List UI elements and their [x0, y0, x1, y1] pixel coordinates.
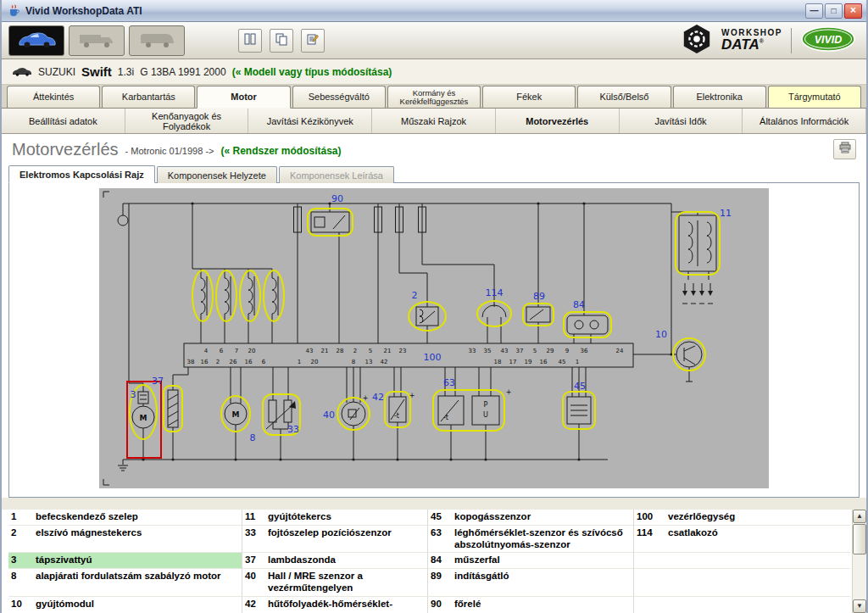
legend-key[interactable]: 33 — [242, 526, 264, 554]
legend-key[interactable]: 90 — [427, 597, 451, 613]
main-tab-karbantartas[interactable]: Karbantartás — [102, 86, 195, 108]
legend-key[interactable]: 2 — [8, 526, 32, 554]
sub-tab-kenoanyagok-es-folyadekok[interactable]: Kenőanyagok és Folyadékok — [125, 109, 249, 133]
legend-desc[interactable]: léghőmérséklet-szenzor és szívócső abszo… — [451, 526, 633, 554]
component-symbol-text: -t — [443, 414, 448, 421]
legend-key[interactable] — [633, 553, 665, 569]
scrollbar-thumb[interactable] — [853, 524, 866, 554]
main-tab-elektronika[interactable]: Elektronika — [673, 86, 766, 108]
minimize-button[interactable]: — — [805, 3, 823, 19]
component-callout-10[interactable]: 10 — [655, 329, 667, 340]
legend-desc[interactable]: lambdaszonda — [264, 553, 427, 569]
content-tab-elektromos-kapcsolasi-rajz[interactable]: Elektromos Kapcsolási Rajz — [8, 165, 155, 183]
legend-key[interactable]: 10 — [8, 597, 32, 613]
main-tab-targymutato[interactable]: Tárgymutató — [768, 86, 861, 108]
change-model-link[interactable]: (« Modell vagy típus módosítása) — [232, 66, 392, 78]
component-symbol-text: M — [232, 410, 240, 419]
sub-tab-motorvezerles[interactable]: Motorvezérlés — [496, 109, 620, 133]
main-tab-kormany-es-kerekfelfuggesztes[interactable]: Kormány és Kerékfelfüggesztés — [387, 86, 481, 108]
truck-icon — [76, 30, 117, 52]
legend-desc[interactable]: vezérlőegység — [665, 510, 850, 526]
main-tab-attekintes[interactable]: Áttekintés — [7, 86, 100, 108]
legend-key[interactable] — [633, 569, 665, 597]
component-callout-100[interactable]: 100 — [424, 352, 442, 363]
sub-tab-javitasi-kezikonyvek[interactable]: Javítási Kézikönyvek — [248, 109, 372, 133]
wiring-diagram[interactable]: 9011211489841001033783340426345467204321… — [99, 188, 769, 488]
scroll-up-button[interactable]: ▲ — [853, 510, 866, 523]
wiring-diagram-panel: 9011211489841001033783340426345467204321… — [8, 182, 860, 498]
legend-key[interactable]: 63 — [427, 526, 451, 554]
component-callout-45[interactable]: 45 — [574, 381, 586, 392]
columns-view-button[interactable] — [238, 29, 262, 53]
component-callout-11[interactable]: 11 — [720, 208, 732, 219]
component-callout-42[interactable]: 42 — [372, 392, 384, 403]
sub-tab-altalanos-informaciok[interactable]: Általános Információk — [743, 109, 866, 133]
legend-scrollbar[interactable]: ▲ ▼ — [852, 510, 866, 613]
vehicle-type-van-tab[interactable] — [129, 25, 185, 56]
legend-desc[interactable]: fojtószelep pozíciószenzor — [264, 526, 427, 554]
legend-key[interactable]: 89 — [427, 569, 451, 597]
legend-key[interactable]: 40 — [242, 569, 264, 597]
sub-tab-beallitasi-adatok[interactable]: Beállítási adatok — [2, 109, 125, 133]
component-callout-90[interactable]: 90 — [331, 193, 343, 204]
legend-key[interactable]: 45 — [427, 510, 451, 526]
component-callout-33[interactable]: 33 — [287, 424, 299, 435]
title-bar[interactable]: Vivid WorkshopData ATI — □ × — [2, 0, 866, 22]
sub-tab-muszaki-rajzok[interactable]: Műszaki Rajzok — [372, 109, 496, 133]
component-callout-2[interactable]: 2 — [412, 290, 418, 301]
legend-desc[interactable]: kopogásszenzor — [451, 510, 633, 526]
legend-desc[interactable] — [665, 569, 850, 597]
legend-desc[interactable]: műszerfal — [451, 553, 633, 569]
legend-key[interactable]: 114 — [633, 526, 665, 554]
ecu-pin-number: 45 — [559, 359, 566, 365]
vehicle-code: G 13BA 1991 2000 — [140, 66, 225, 78]
component-callout-84[interactable]: 84 — [573, 299, 585, 310]
component-callout-114[interactable]: 114 — [486, 287, 504, 298]
legend-key[interactable] — [633, 597, 665, 613]
ecu-pin-number: 8 — [352, 359, 355, 365]
legend-desc[interactable]: indításgátló — [451, 569, 633, 597]
close-button[interactable]: × — [844, 3, 862, 19]
component-callout-40[interactable]: 40 — [323, 410, 335, 421]
notes-button[interactable] — [301, 29, 325, 53]
legend-desc[interactable]: gyújtótekercs — [264, 510, 427, 526]
legend-key[interactable]: 100 — [633, 510, 665, 526]
main-tab-sebessegvalto[interactable]: Sebességváltó — [292, 86, 386, 108]
scroll-down-button[interactable]: ▼ — [853, 599, 866, 613]
component-callout-37[interactable]: 37 — [152, 376, 164, 387]
main-tab-motor[interactable]: Motor — [197, 86, 290, 109]
legend-desc[interactable]: gyújtómodul — [32, 597, 242, 613]
legend-desc[interactable] — [665, 597, 850, 613]
main-tab-fekek[interactable]: Fékek — [482, 86, 576, 108]
legend-desc[interactable]: tápszivattyú — [32, 553, 242, 569]
sub-tab-javitasi-idok[interactable]: Javítási Idők — [620, 109, 743, 133]
legend-key[interactable]: 37 — [242, 553, 264, 569]
legend-key[interactable]: 3 — [8, 553, 32, 569]
legend-key[interactable]: 11 — [242, 510, 264, 526]
print-button[interactable] — [833, 139, 856, 159]
legend-desc[interactable]: alapjárati fordulatszám szabályzó motor — [32, 569, 242, 597]
legend-key[interactable]: 42 — [242, 597, 264, 613]
vehicle-type-car-tab[interactable] — [8, 25, 64, 56]
component-callout-89[interactable]: 89 — [533, 291, 545, 302]
legend-desc[interactable] — [665, 553, 850, 569]
component-callout-63[interactable]: 63 — [443, 377, 455, 388]
component-callout-8[interactable]: 8 — [250, 432, 256, 443]
change-system-link[interactable]: (« Rendszer módosítása) — [220, 145, 341, 157]
legend-desc[interactable]: főrelé — [451, 597, 633, 613]
component-callout-3[interactable]: 3 — [131, 389, 136, 400]
vehicle-type-truck-tab[interactable] — [69, 25, 125, 56]
copy-pages-button[interactable] — [270, 29, 293, 53]
ecu-pin-number: 5 — [533, 348, 537, 354]
legend-key[interactable]: 1 — [8, 510, 32, 526]
legend-key[interactable]: 8 — [8, 569, 32, 597]
legend-desc[interactable]: befecskendező szelep — [32, 510, 242, 526]
main-tab-kulso-belso[interactable]: Külső/Belső — [577, 86, 670, 108]
legend-desc[interactable]: hűtőfolyadék-hőmérséklet-szenzor — [264, 597, 427, 613]
legend-key[interactable]: 84 — [427, 553, 451, 569]
legend-desc[interactable]: csatlakozó — [665, 526, 850, 554]
legend-desc[interactable]: Hall / MRE szenzor a vezérműtengelyen — [264, 569, 427, 597]
legend-desc[interactable]: elszívó mágnestekercs — [32, 526, 242, 554]
content-tab-komponensek-helyzete[interactable]: Komponensek Helyzete — [157, 166, 277, 183]
maximize-button[interactable]: □ — [825, 3, 843, 19]
